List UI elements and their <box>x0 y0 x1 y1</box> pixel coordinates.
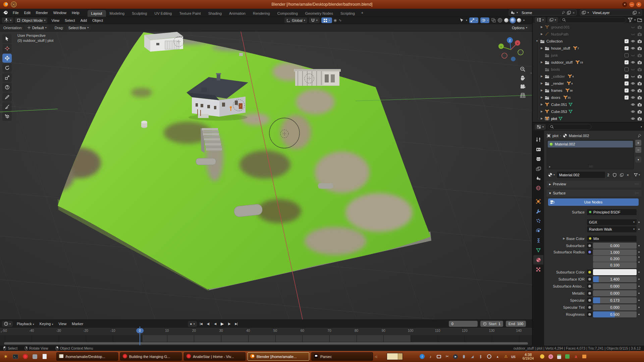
camera-icon[interactable] <box>637 46 642 50</box>
tool-add-cube[interactable] <box>2 112 12 121</box>
viewlayer-selector[interactable]: ▾ ViewLayer × <box>580 9 642 16</box>
properties-tab-constraints[interactable] <box>533 236 543 245</box>
prev-keyframe-button[interactable]: ◀| <box>205 321 211 327</box>
editor-type-button[interactable]: ▾ <box>2 17 13 23</box>
expander-arrow[interactable]: ▶ <box>540 61 543 64</box>
expander-arrow[interactable]: ▶ <box>540 47 543 50</box>
viewport-menu-add[interactable]: Add <box>78 18 90 23</box>
properties-options-arrow[interactable]: ▾ <box>641 125 642 128</box>
animate-decorator-dot[interactable] <box>638 229 640 230</box>
taskbar-window-blender[interactable]: Blender [/home/amalie... <box>248 352 309 361</box>
eye-icon[interactable] <box>631 96 635 100</box>
expander-arrow[interactable]: ▶ <box>540 75 543 78</box>
remove-material-slot-button[interactable]: − <box>635 147 641 153</box>
close-button[interactable]: × <box>636 2 641 7</box>
tab-uv-editing[interactable]: UV Editing <box>151 10 175 17</box>
expander-arrow[interactable]: ▶ <box>540 96 543 99</box>
transform-orientation-selector[interactable]: Global▾ <box>284 17 307 23</box>
app-launcher-settings[interactable] <box>31 353 39 361</box>
exclude-checkbox[interactable] <box>625 53 629 57</box>
value-slider[interactable]: 0.000 <box>593 243 637 249</box>
slot-expand-arrow[interactable]: ▸ <box>549 165 551 168</box>
frame-start-field[interactable]: Start1 <box>480 321 503 327</box>
camera-icon[interactable] <box>637 32 642 36</box>
add-workspace-button[interactable]: + <box>359 11 366 15</box>
value-slider[interactable]: 0.000 <box>593 304 637 310</box>
viewport-menu-select[interactable]: Select <box>62 18 78 23</box>
falloff-curve-icon[interactable]: ∿ <box>338 18 341 22</box>
node-link-field[interactable]: Principled BSDF <box>587 209 637 215</box>
expander-arrow[interactable]: ▶ <box>540 110 543 113</box>
tray-player-icon[interactable]: ▶ <box>453 354 459 359</box>
region-collapse-arrow[interactable]: ‹ <box>531 71 532 75</box>
exclude-checkbox[interactable]: ✓ <box>625 60 629 64</box>
use-nodes-button[interactable]: Use Nodes <box>548 198 639 206</box>
jump-last-button[interactable]: ▶| <box>233 321 239 327</box>
camera-icon[interactable] <box>637 88 642 93</box>
material-users-count[interactable]: 2 <box>606 172 610 178</box>
camera-icon[interactable] <box>637 53 642 57</box>
exclude-checkbox[interactable]: ✓ <box>625 88 629 93</box>
link-mode-button[interactable]: ▾ <box>633 172 641 178</box>
tab-sculpting[interactable]: Sculpting <box>128 10 151 17</box>
animate-decorator-dot[interactable] <box>638 307 640 308</box>
expander-arrow[interactable]: ▶ <box>540 82 543 85</box>
timeline-menu-view[interactable]: View <box>56 321 69 326</box>
animate-decorator-dot[interactable] <box>638 245 640 246</box>
window-menu-button[interactable]: ▾ <box>622 2 627 7</box>
current-frame-indicator[interactable]: 0 <box>136 328 144 333</box>
outliner-row[interactable]: ▶ Cube.053 <box>533 108 644 115</box>
shading-rendered-icon[interactable] <box>517 18 521 22</box>
tool-select-box[interactable] <box>2 34 12 43</box>
outliner-display-mode-button[interactable]: ▾ <box>535 17 546 23</box>
menu-render[interactable]: Render <box>33 10 51 15</box>
value-slider[interactable]: 0.000 <box>593 283 637 289</box>
navigation-gizmo[interactable]: Z X Y <box>496 34 527 65</box>
taskbar-window-vivaldi[interactable]: AnalieStar | Home - Viv... <box>184 352 246 361</box>
eye-closed-icon[interactable] <box>631 25 635 29</box>
tab-geometry-nodes[interactable]: Geometry Nodes <box>302 10 337 17</box>
window-titlebar[interactable]: Blender [/home/amalie/Desktop/blender/ba… <box>0 0 644 9</box>
list-resize-grip[interactable]: ∷∷ <box>589 165 593 168</box>
exclude-checkbox[interactable]: ✓ <box>625 74 629 78</box>
eye-icon[interactable] <box>631 103 635 107</box>
play-reverse-button[interactable]: ◀ <box>212 321 218 327</box>
animate-decorator-dot[interactable] <box>638 286 640 287</box>
new-scene-icon[interactable] <box>567 11 571 15</box>
animate-decorator-dot[interactable] <box>638 272 640 273</box>
snap-settings-button[interactable]: ▾ <box>309 17 320 23</box>
unlink-material-icon[interactable]: × <box>626 172 630 178</box>
properties-tab-render[interactable] <box>533 144 543 154</box>
outliner-row[interactable]: ▶ doors 21 ✓ <box>533 94 644 101</box>
workspace-pager[interactable] <box>387 353 403 360</box>
tool-scale[interactable] <box>2 73 12 82</box>
add-material-slot-button[interactable]: + <box>635 140 641 146</box>
tray-display-icon[interactable] <box>436 354 442 359</box>
viewport-menu-object[interactable]: Object <box>90 18 106 23</box>
tab-rendering[interactable]: Rendering <box>249 10 274 17</box>
new-viewlayer-icon[interactable] <box>633 11 637 15</box>
auto-keying-button[interactable]: ●▾ <box>188 321 197 327</box>
app-launcher-terminal[interactable]: >_ <box>11 353 19 361</box>
outliner-row[interactable]: ▶ ground.001 <box>533 23 644 31</box>
tray-volume-icon[interactable]: ◢ <box>470 354 475 359</box>
camera-icon[interactable] <box>637 81 642 85</box>
timeline-menu-marker[interactable]: Marker <box>69 321 86 326</box>
scene-selector[interactable]: ▾ Scene × <box>509 9 576 16</box>
eye-icon[interactable] <box>631 39 635 43</box>
exclude-checkbox[interactable]: ✓ <box>625 96 629 100</box>
camera-icon[interactable] <box>637 110 642 114</box>
tool-rotate[interactable] <box>2 63 12 72</box>
breadcrumb-object[interactable]: plot <box>552 134 558 138</box>
eye-closed-icon[interactable] <box>631 74 635 78</box>
pin-icon[interactable] <box>561 11 565 14</box>
properties-tab-modifiers[interactable] <box>533 206 543 216</box>
outliner-id-type-button[interactable]: ▾ <box>547 17 558 23</box>
drag-dropdown[interactable]: Select Box▾ <box>66 25 91 31</box>
outliner-row[interactable]: ▶ NurbsPath <box>533 31 644 38</box>
pin-icon[interactable] <box>637 134 641 138</box>
app-launcher-vivaldi[interactable] <box>21 353 29 361</box>
outliner-row[interactable]: ▶ plot <box>533 115 644 122</box>
expander-arrow[interactable]: ▼ <box>535 40 539 43</box>
minimize-button[interactable]: — <box>629 2 634 7</box>
